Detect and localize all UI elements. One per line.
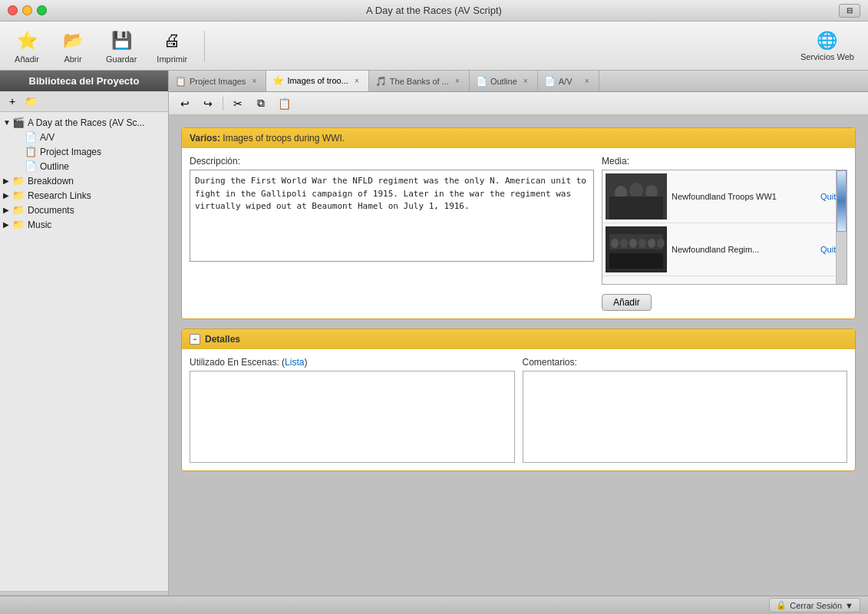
close-button[interactable]	[8, 5, 18, 15]
scenes-label-text: Utilizado En Escenas:	[190, 357, 279, 368]
detalles-body: Utilizado En Escenas: (Lista) Comentario…	[182, 349, 855, 470]
detalles-scenes-col: Utilizado En Escenas: (Lista)	[190, 357, 515, 463]
paste-button[interactable]: 📋	[274, 95, 294, 112]
media-scrollbar-thumb[interactable]	[837, 170, 847, 232]
window-controls[interactable]	[8, 5, 47, 15]
varios-panel: Varios: Images of troops during WWI. Des…	[181, 127, 856, 319]
window-title: A Day at the Races (AV Script)	[366, 5, 502, 16]
tree-toggle-documents[interactable]: ▶	[3, 206, 12, 214]
sidebar-item-breakdown[interactable]: ▶ 📁 Breakdown	[0, 173, 168, 188]
comments-box[interactable]	[523, 371, 848, 463]
varios-panel-body: Descripción: Media:	[182, 148, 855, 319]
sidebar-item-music[interactable]: ▶ 📁 Music	[0, 217, 168, 232]
cerrar-sesion-button[interactable]: 🔒 Cerrar Sesión ▼	[769, 598, 860, 612]
open-button[interactable]: 📂 Abrir	[54, 25, 92, 67]
sidebar-folder-btn[interactable]: 📁	[23, 94, 38, 109]
window-resize-btn[interactable]: ⊟	[839, 4, 860, 18]
detalles-panel-header: − Detalles	[182, 329, 855, 349]
media-name-1: Newfoundland Regim...	[672, 245, 816, 254]
sidebar-item-root[interactable]: ▼ 🎬 A Day at the Races (AV Sc...	[0, 115, 168, 130]
tab-label-images-troops: Images of troo...	[287, 76, 348, 85]
status-bar: 🔒 Cerrar Sesión ▼	[0, 596, 868, 614]
tab-close-images-troops[interactable]: ×	[351, 75, 362, 86]
media-item-0[interactable]: Newfoundland Troops WW1 Quitar	[602, 170, 847, 223]
window-right-control[interactable]: ⊟	[839, 4, 860, 18]
tab-images-troops[interactable]: ⭐ Images of troo... ×	[266, 71, 368, 91]
description-textarea[interactable]	[190, 170, 594, 262]
add-button[interactable]: ⭐ Añadir	[8, 25, 46, 67]
save-button[interactable]: 💾 Guardar	[100, 25, 143, 67]
sidebar-item-outline-label: Outline	[40, 161, 69, 172]
cerrar-sesion-label: Cerrar Sesión	[790, 601, 842, 610]
tab-label-banks-of: The Banks of ...	[390, 77, 449, 86]
add-icon: ⭐	[15, 28, 39, 53]
svg-point-11	[639, 239, 646, 248]
media-item-1[interactable]: Newfoundland Regim... Quitar	[602, 223, 847, 276]
undo-button[interactable]: ↩	[175, 95, 195, 112]
project-icon: 🎬	[12, 117, 25, 128]
content-scroll[interactable]: Varios: Images of troops during WWI. Des…	[169, 115, 868, 596]
sidebar-item-breakdown-label: Breakdown	[28, 176, 74, 187]
servicios-icon: 🌐	[817, 31, 837, 51]
save-icon: 💾	[109, 28, 134, 53]
add-media-button[interactable]: Añadir	[602, 294, 652, 311]
tree-toggle-root[interactable]: ▼	[3, 118, 12, 127]
detalles-comments-col: Comentarios:	[523, 357, 848, 463]
tab-project-images[interactable]: 📋 Project Images ×	[169, 71, 266, 91]
minimize-button[interactable]	[22, 5, 32, 15]
sidebar-item-root-label: A Day at the Races (AV Sc...	[28, 117, 145, 128]
tab-icon-images-troops: ⭐	[272, 75, 284, 86]
sidebar-add-btn[interactable]: +	[5, 94, 20, 109]
toolbar-right: 🌐 Servicios Web	[794, 28, 860, 64]
tab-close-outline[interactable]: ×	[520, 76, 531, 87]
tab-close-banks-of[interactable]: ×	[452, 76, 463, 87]
sidebar-item-research[interactable]: ▶ 📁 Research Links	[0, 188, 168, 203]
sidebar-header: Biblioteca del Proyecto	[0, 71, 168, 91]
svg-point-12	[648, 239, 655, 248]
sidebar-item-research-label: Research Links	[28, 190, 91, 201]
print-button[interactable]: 🖨 Imprimir	[150, 25, 193, 67]
copy-button[interactable]: ⧉	[251, 95, 271, 112]
sidebar-item-documents[interactable]: ▶ 📁 Documents	[0, 203, 168, 217]
sidebar-item-project-images[interactable]: 📋 Project Images	[0, 144, 168, 159]
description-label: Descripción:	[190, 156, 594, 167]
media-column: Media:	[602, 156, 847, 311]
edit-toolbar: ↩ ↪ ✂ ⧉ 📋	[169, 92, 868, 115]
varios-panel-header: Varios: Images of troops during WWI.	[182, 128, 855, 148]
media-label: Media:	[602, 156, 847, 167]
media-thumb-0	[606, 173, 667, 220]
detalles-panel: − Detalles Utilizado En Escenas: (Lista)…	[181, 328, 856, 471]
add-label: Añadir	[15, 54, 39, 64]
collapse-button[interactable]: −	[190, 334, 200, 345]
varios-title-text: Images of troops during WWI.	[220, 133, 345, 144]
servicios-web-button[interactable]: 🌐 Servicios Web	[794, 28, 860, 64]
tab-av[interactable]: 📄 A/V ×	[538, 71, 599, 91]
sidebar-item-outline[interactable]: 📄 Outline	[0, 159, 168, 173]
research-icon: 📁	[12, 190, 25, 201]
tree-toggle-research[interactable]: ▶	[3, 191, 12, 200]
toolbar-separator	[204, 31, 205, 61]
sidebar-toolbar: + 📁	[0, 91, 168, 112]
cut-button[interactable]: ✂	[228, 95, 248, 112]
detalles-title: Detalles	[205, 334, 240, 345]
main-toolbar: ⭐ Añadir 📂 Abrir 💾 Guardar 🖨 Imprimir 🌐 …	[0, 21, 868, 71]
scenes-box[interactable]	[190, 371, 515, 463]
media-scrollbar[interactable]	[836, 170, 847, 284]
tab-icon-av: 📄	[544, 76, 556, 87]
redo-button[interactable]: ↪	[198, 95, 218, 112]
tab-close-av[interactable]: ×	[582, 76, 592, 87]
tree-toggle-music[interactable]: ▶	[3, 220, 12, 229]
svg-rect-7	[609, 253, 663, 269]
tab-outline[interactable]: 📄 Outline ×	[470, 71, 538, 91]
maximize-button[interactable]	[37, 5, 47, 15]
sidebar-item-av[interactable]: 📄 A/V	[0, 130, 168, 144]
content-area: 📋 Project Images × ⭐ Images of troo... ×…	[169, 71, 868, 596]
tab-close-project-images[interactable]: ×	[249, 76, 259, 87]
svg-point-9	[620, 239, 628, 248]
tab-label-project-images: Project Images	[190, 77, 246, 86]
tree-toggle-breakdown[interactable]: ▶	[3, 177, 12, 185]
sidebar-resize-handle[interactable]	[0, 591, 168, 596]
title-bar: A Day at the Races (AV Script) ⊟	[0, 0, 868, 21]
tab-banks-of[interactable]: 🎵 The Banks of ... ×	[369, 71, 470, 91]
scenes-list-link[interactable]: Lista	[285, 357, 304, 368]
